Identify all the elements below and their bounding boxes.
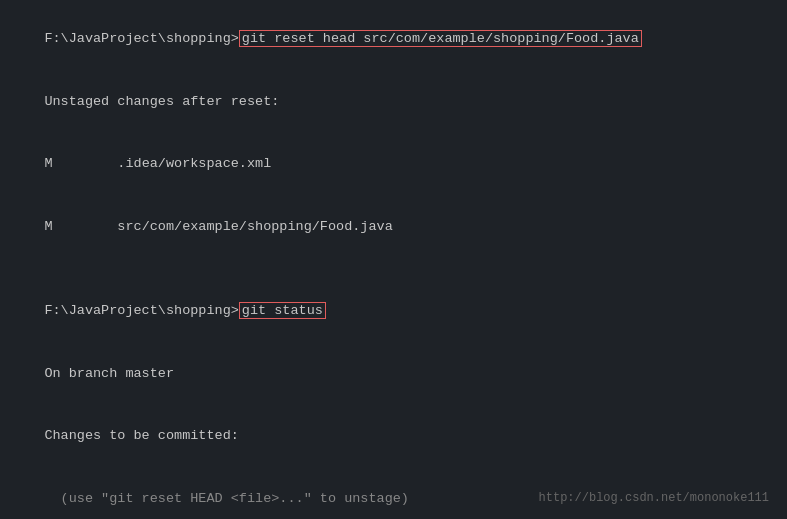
spacing-2: src/com/example/shopping/Food.java: [53, 219, 393, 234]
prompt-2: F:\JavaProject\shopping>: [44, 303, 238, 318]
branch-info: On branch master: [44, 366, 174, 381]
line-7: Changes to be committed:: [12, 406, 775, 469]
hint-unstage: (use "git reset HEAD <file>..." to unsta…: [44, 491, 409, 506]
cmd-status: git status: [239, 302, 326, 319]
line-1: F:\JavaProject\shopping>git reset head s…: [12, 8, 775, 71]
line-5: F:\JavaProject\shopping>git status: [12, 280, 775, 343]
line-2: Unstaged changes after reset:: [12, 71, 775, 134]
watermark: http://blog.csdn.net/mononoke111: [539, 491, 769, 505]
staged-header: Changes to be committed:: [44, 428, 238, 443]
spacing-1: .idea/workspace.xml: [53, 156, 272, 171]
cmd-reset: git reset head src/com/example/shopping/…: [239, 30, 642, 47]
modified-label-2: M: [44, 219, 52, 234]
line-6: On branch master: [12, 343, 775, 406]
prompt-1: F:\JavaProject\shopping>: [44, 31, 238, 46]
terminal-window: F:\JavaProject\shopping>git reset head s…: [0, 0, 787, 519]
line-4: M src/com/example/shopping/Food.java: [12, 196, 775, 259]
modified-label-1: M: [44, 156, 52, 171]
blank-1: [12, 259, 775, 280]
line-3: M .idea/workspace.xml: [12, 134, 775, 197]
unstaged-header: Unstaged changes after reset:: [44, 94, 279, 109]
